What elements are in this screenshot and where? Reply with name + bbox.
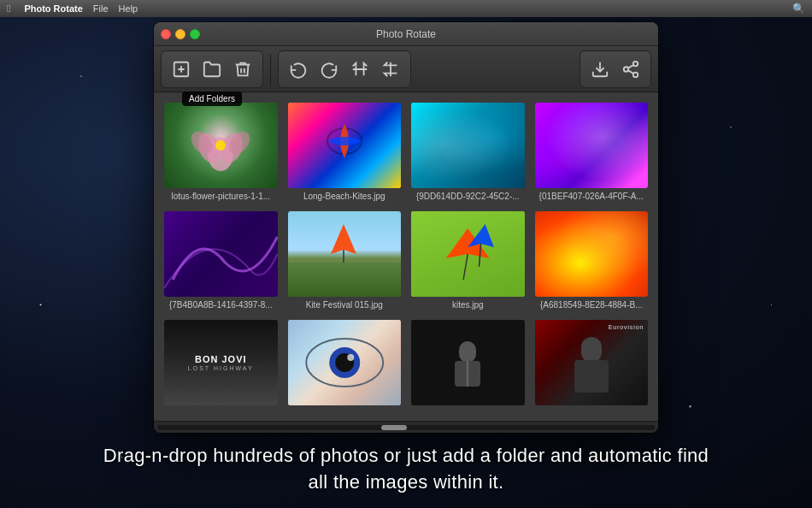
thumbnail-image: BON JOVI LOST HIGHWAY: [164, 320, 278, 405]
export-actions-group: [580, 50, 651, 88]
image-filename: {9DD614DD-92C2-45C2-...: [411, 192, 525, 201]
flip-horizontal-button[interactable]: [345, 55, 374, 84]
svg-line-14: [628, 64, 633, 68]
list-item[interactable]: kites.jpg: [411, 211, 525, 310]
svg-point-10: [633, 61, 638, 66]
thumbnail-image: [411, 320, 525, 405]
list-item[interactable]: BON JOVI LOST HIGHWAY: [164, 320, 278, 418]
menu-file[interactable]: File: [93, 3, 109, 14]
list-item[interactable]: {7B4B0A8B-1416-4397-8...: [164, 211, 278, 310]
bon-jovi-subtitle: LOST HIGHWAY: [188, 365, 254, 371]
export-button[interactable]: [585, 55, 615, 84]
image-filename: Long-Beach-Kites.jpg: [288, 192, 402, 201]
scroll-thumb[interactable]: [381, 425, 407, 430]
list-item[interactable]: [288, 320, 402, 418]
image-filename: {7B4B0A8B-1416-4397-8...: [164, 300, 278, 310]
image-filename: lotus-flower-pictures-1-1...: [164, 192, 278, 201]
svg-line-13: [628, 70, 633, 74]
add-folders-button[interactable]: Add Folders: [197, 55, 227, 84]
svg-rect-30: [581, 337, 602, 363]
app-window: Photo Rotate Add Folders: [154, 22, 658, 433]
svg-rect-27: [459, 341, 476, 363]
thumbnail-image: Eurovision: [535, 320, 649, 405]
flip-vertical-button[interactable]: [376, 55, 405, 84]
thumbnail-image: [411, 211, 525, 297]
menu-help[interactable]: Help: [119, 3, 138, 14]
list-item[interactable]: Kite Festival 015.jpg: [288, 211, 402, 310]
list-item[interactable]: {A6818549-8E28-4884-B...: [535, 211, 649, 310]
caption-area: Drag-n-drop hundreds of photos or just a…: [0, 431, 812, 508]
apple-logo-icon: : [7, 3, 10, 15]
menu-search-icon[interactable]: 🔍: [791, 2, 805, 15]
svg-rect-31: [574, 360, 609, 393]
add-photos-button[interactable]: [167, 55, 196, 84]
remove-button[interactable]: [228, 55, 257, 84]
traffic-lights: [161, 29, 200, 39]
svg-point-20: [215, 140, 226, 151]
maximize-button[interactable]: [190, 29, 200, 39]
thumbnail-image: [164, 103, 278, 188]
thumbnail-image: [411, 103, 525, 188]
svg-point-12: [633, 72, 638, 77]
thumbnail-grid: lotus-flower-pictures-1-1... Long-Beach-…: [164, 103, 648, 418]
svg-point-26: [347, 354, 354, 361]
photo-grid-area[interactable]: lotus-flower-pictures-1-1... Long-Beach-…: [154, 92, 658, 421]
menu-app-name[interactable]: Photo Rotate: [24, 3, 82, 14]
menu-bar:  Photo Rotate File Help 🔍: [0, 0, 812, 17]
list-item[interactable]: [411, 320, 525, 418]
list-item[interactable]: {01BEF407-026A-4F0F-A...: [535, 103, 649, 201]
thumbnail-image: [288, 320, 402, 405]
title-bar: Photo Rotate: [154, 22, 658, 46]
image-filename: kites.jpg: [411, 300, 525, 310]
rotate-left-button[interactable]: [284, 55, 313, 84]
image-filename: {A6818549-8E28-4884-B...: [535, 300, 649, 310]
rotate-actions-group: [278, 50, 411, 88]
thumbnail-image: [535, 211, 649, 297]
svg-point-11: [624, 67, 629, 72]
rotate-right-button[interactable]: [315, 55, 344, 84]
image-filename: [288, 409, 402, 418]
toolbar-separator: [270, 54, 271, 85]
minimize-button[interactable]: [175, 29, 185, 39]
share-button[interactable]: [616, 55, 645, 84]
caption-line2: all the images within it.: [309, 470, 504, 496]
toolbar: Add Folders: [154, 46, 658, 92]
image-filename: Kite Festival 015.jpg: [288, 300, 402, 310]
list-item[interactable]: Eurovision: [535, 320, 649, 418]
caption-line1: Drag-n-drop hundreds of photos or just a…: [103, 443, 709, 470]
image-filename: [535, 409, 649, 418]
list-item[interactable]: {9DD614DD-92C2-45C2-...: [411, 103, 525, 201]
file-actions-group: Add Folders: [161, 50, 263, 88]
list-item[interactable]: lotus-flower-pictures-1-1...: [164, 103, 278, 201]
thumbnail-image: [288, 103, 402, 188]
image-filename: {01BEF407-026A-4F0F-A...: [535, 192, 649, 201]
thumbnail-image: [535, 103, 649, 188]
close-button[interactable]: [161, 29, 171, 39]
list-item[interactable]: Long-Beach-Kites.jpg: [288, 103, 402, 201]
image-filename: [164, 409, 278, 418]
thumbnail-image: [164, 211, 278, 297]
image-filename: [411, 409, 525, 418]
scroll-track: [157, 425, 655, 430]
window-title: Photo Rotate: [376, 28, 436, 40]
thumbnail-image: [288, 211, 402, 297]
bon-jovi-title: BON JOVI: [195, 354, 247, 365]
